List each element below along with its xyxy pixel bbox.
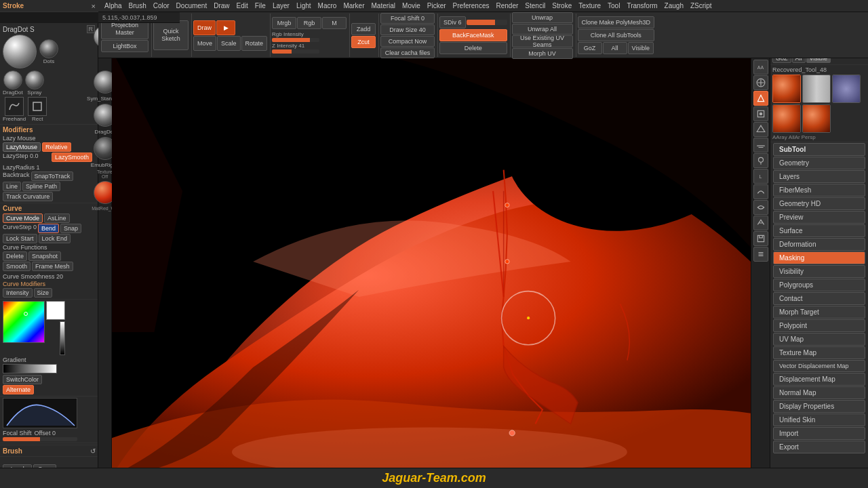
menu-material[interactable]: Material xyxy=(368,2,399,9)
rect-btn[interactable]: Rect xyxy=(28,97,47,122)
use-existing-btn[interactable]: Use Existing UV Seams xyxy=(512,35,573,47)
menu-brush[interactable]: Brush xyxy=(125,2,150,9)
tool-spl[interactable] xyxy=(753,184,768,199)
deformation-btn[interactable]: Deformation xyxy=(773,238,865,251)
z-intensity-slider[interactable] xyxy=(272,49,319,54)
frame-mesh-btn[interactable]: Frame Mesh xyxy=(32,262,73,271)
rgb-intensity-slider[interactable] xyxy=(272,38,319,42)
uv-map-btn[interactable]: UV Map xyxy=(773,333,865,346)
size-btn[interactable]: Size xyxy=(34,288,53,298)
menu-file[interactable]: File xyxy=(252,2,269,9)
thumb-recovered2[interactable] xyxy=(802,104,831,133)
menu-picker[interactable]: Picker xyxy=(424,2,450,9)
zcut-btn[interactable]: Zcut xyxy=(351,36,376,48)
asline-btn[interactable]: AsLine xyxy=(44,214,70,223)
line-btn[interactable]: Line xyxy=(3,182,21,191)
morph-uv-btn[interactable]: Morph UV xyxy=(512,48,573,59)
clear-cache-btn[interactable]: Clear cacha files xyxy=(380,47,435,58)
focal-shift-btn[interactable]: Focal Shift 0 xyxy=(380,13,435,24)
relative-btn[interactable]: Relative xyxy=(42,142,71,152)
track-curvature-btn[interactable]: Track Curvature xyxy=(3,192,53,201)
surface-btn[interactable]: Surface xyxy=(773,224,865,237)
layers-btn[interactable]: Layers xyxy=(773,170,865,183)
draw-btn[interactable]: Draw xyxy=(193,20,216,35)
lightbox-btn[interactable]: LightBox xyxy=(101,40,149,52)
switch-color-btn[interactable]: SwitchColor xyxy=(3,375,42,384)
tool-persp[interactable] xyxy=(753,122,768,137)
color-gradient[interactable] xyxy=(3,301,45,343)
focal-shift-bar[interactable] xyxy=(3,437,77,441)
visible-btn[interactable]: Visible xyxy=(628,42,654,54)
move-btn[interactable]: Move xyxy=(193,36,216,51)
menu-layer[interactable]: Layer xyxy=(269,2,293,9)
thumb-snake[interactable] xyxy=(772,104,801,133)
zadd-btn[interactable]: Zadd xyxy=(351,23,376,35)
tool-aaray[interactable]: AA xyxy=(753,60,768,75)
menu-tool[interactable]: Tool xyxy=(604,2,623,9)
spline-path-btn[interactable]: Spline Path xyxy=(22,182,60,191)
all-btn[interactable]: All xyxy=(603,42,627,54)
tool-scroll[interactable] xyxy=(753,75,768,90)
menu-edit[interactable]: Edit xyxy=(233,2,252,9)
color-swatch-main[interactable] xyxy=(46,301,65,320)
menu-light[interactable]: Light xyxy=(293,2,315,9)
import2-btn[interactable]: Import xyxy=(773,427,865,440)
menu-transform[interactable]: Transform xyxy=(623,2,660,9)
tool-roll[interactable] xyxy=(753,200,768,215)
sdiv-btn[interactable]: SDiv 6 xyxy=(439,16,466,28)
polygroups-btn[interactable]: Polygroups xyxy=(773,279,865,291)
brush-preview-large[interactable] xyxy=(3,35,37,68)
intensity-btn[interactable]: Intensity xyxy=(3,288,33,298)
menu-color[interactable]: Color xyxy=(150,2,173,9)
tool-transform[interactable] xyxy=(753,106,768,121)
lock-start-btn[interactable]: Lock Start xyxy=(3,234,37,243)
snap-to-track-btn[interactable]: SnapToTrack xyxy=(31,171,74,181)
lazysmooth-btn[interactable]: LazySmooth xyxy=(52,152,92,162)
masking-btn[interactable]: Masking xyxy=(773,251,865,264)
backface-mask-btn[interactable]: BackFaceMask xyxy=(439,29,507,41)
display-props-btn[interactable]: Display Properties xyxy=(773,400,865,413)
dots-btn[interactable]: Dots xyxy=(39,39,58,64)
menu-movie[interactable]: Movie xyxy=(399,2,424,9)
morph-target-btn[interactable]: Morph Target xyxy=(773,306,865,319)
menu-render[interactable]: Render xyxy=(493,2,522,9)
goz-btn[interactable]: GoZ xyxy=(578,42,602,54)
canvas-area[interactable] xyxy=(112,58,751,468)
geometry-btn[interactable]: Geometry xyxy=(773,157,865,169)
tool-active[interactable] xyxy=(753,91,768,106)
visibility-btn[interactable]: Visibility xyxy=(773,265,865,278)
stroke-close[interactable]: × xyxy=(92,2,96,10)
compact-now-btn[interactable]: Compact Now xyxy=(380,36,435,47)
curve-falloff-display[interactable] xyxy=(3,398,77,428)
alternate-btn[interactable]: Alternate xyxy=(3,385,34,394)
brush-refresh[interactable]: ↺ xyxy=(90,447,96,455)
unwrap-all-btn[interactable]: Unwrap All xyxy=(512,24,573,35)
subtool-btn[interactable]: SubTool xyxy=(773,143,865,156)
menu-marker[interactable]: Marker xyxy=(340,2,368,9)
menu-texture[interactable]: Texture xyxy=(575,2,604,9)
tool-light[interactable] xyxy=(753,153,768,168)
rotate-btn[interactable]: Rotate xyxy=(241,36,268,51)
menu-stroke[interactable]: Stroke xyxy=(549,2,575,9)
tool-floor[interactable] xyxy=(753,138,768,152)
draw-size-btn[interactable]: Draw Size 40 xyxy=(380,24,435,35)
export2-btn[interactable]: Export xyxy=(773,441,865,453)
lock-end-btn[interactable]: Lock End xyxy=(39,234,71,243)
thumb-recovered[interactable] xyxy=(772,75,801,103)
normal-map-btn[interactable]: Normal Map xyxy=(773,386,865,399)
quick-sketch-btn[interactable]: QuickSketch xyxy=(153,20,189,50)
draw-orange-btn[interactable]: ▶ xyxy=(216,20,235,35)
menu-zaugh[interactable]: Zaugh xyxy=(661,2,687,9)
m-btn[interactable]: M xyxy=(322,17,347,29)
menu-zscript[interactable]: ZScript xyxy=(687,2,715,9)
menu-draw[interactable]: Draw xyxy=(210,2,233,9)
unwrap-btn[interactable]: Unwrap xyxy=(512,12,573,23)
vector-disp-btn[interactable]: Vector Displacement Map xyxy=(773,360,865,372)
fibermesh-btn[interactable]: FiberMesh xyxy=(773,184,865,197)
menu-document[interactable]: Document xyxy=(173,2,211,9)
delete-btn[interactable]: Delete xyxy=(439,42,507,54)
curve-delete-btn[interactable]: Delete xyxy=(3,251,27,261)
curve-mode-btn[interactable]: Curve Mode xyxy=(3,214,43,223)
spray-btn[interactable]: Spray xyxy=(25,70,44,96)
contact-btn[interactable]: Contact xyxy=(773,292,865,305)
